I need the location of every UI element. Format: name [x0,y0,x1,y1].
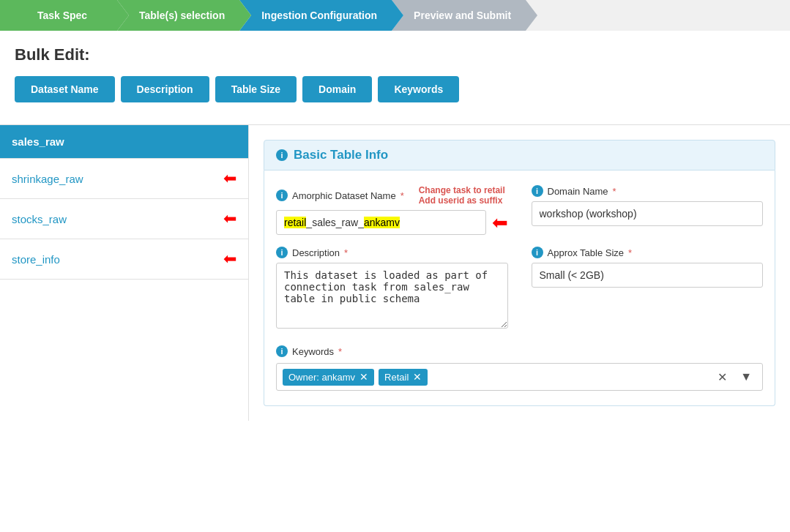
arrow-shrinkage-icon: ⬅ [223,169,236,188]
arrow-stocks-icon: ⬅ [223,209,236,228]
right-panel: i Basic Table Info i Amorphic Dataset Na… [249,125,790,421]
table-size-field: i Approx Table Size * [532,247,764,331]
dataset-name-prefix: retail [284,217,306,228]
keyword-tag-retail: Retail ✕ [379,369,428,386]
basic-info-icon: i [276,149,288,161]
domain-name-field: i Domain Name * [532,185,764,235]
table-size-label: i Approx Table Size * [532,247,764,258]
sidebar-item-store-info[interactable]: store_info ⬅ [0,239,248,280]
basic-table-info-title: Basic Table Info [294,148,388,162]
bulk-table-size-button[interactable]: Table Size [215,76,297,102]
dataset-name-note-line1: Change task to retail [419,185,505,195]
form-grid: i Amorphic Dataset Name * Change task to… [276,185,763,331]
dataset-name-field: i Amorphic Dataset Name * Change task to… [276,185,508,235]
step-ingestion-config[interactable]: Ingestion Configuration [239,0,392,31]
description-textarea[interactable]: This dataset is loaded as part of connec… [276,263,508,329]
step-preview-submit[interactable]: Preview and Submit [392,0,526,31]
keywords-actions: ✕ ▼ [713,369,756,386]
dataset-name-label: i Amorphic Dataset Name * Change task to… [276,185,508,206]
description-label: i Description * [276,247,508,258]
bulk-edit-title: Bulk Edit: [15,45,775,64]
remove-owner-tag-button[interactable]: ✕ [359,372,368,382]
domain-info-icon: i [532,185,543,197]
bulk-description-button[interactable]: Description [121,76,209,102]
domain-name-label: i Domain Name * [532,185,764,197]
sidebar-item-sales-raw[interactable]: sales_raw [0,125,248,159]
dataset-name-info-icon: i [276,190,288,201]
keywords-clear-button[interactable]: ✕ [713,369,731,386]
bulk-domain-button[interactable]: Domain [302,76,372,102]
domain-name-input[interactable] [532,201,764,226]
description-field: i Description * This dataset is loaded a… [276,247,508,331]
basic-table-info-body: i Amorphic Dataset Name * Change task to… [264,171,775,406]
dataset-name-middle: _sales_raw_ [306,217,364,228]
keywords-label: i Keywords * [276,345,763,357]
keywords-info-icon: i [276,345,288,357]
keywords-section: i Keywords * Owner: ankamv ✕ Retail ✕ [276,345,763,391]
keywords-dropdown-button[interactable]: ▼ [736,369,756,385]
progress-bar: Task Spec Table(s) selection Ingestion C… [0,0,790,31]
dataset-name-note-line2: Add userid as suffix [419,195,505,206]
dataset-name-display[interactable]: retail_sales_raw_ankamv [276,210,486,235]
table-size-info-icon: i [532,247,543,258]
step-task-spec[interactable]: Task Spec [0,0,117,31]
arrow-store-icon: ⬅ [223,250,236,269]
dataset-name-suffix: ankamv [364,217,400,228]
two-pane-layout: sales_raw shrinkage_raw ⬅ stocks_raw ⬅ s… [0,124,790,421]
table-sidebar: sales_raw shrinkage_raw ⬅ stocks_raw ⬅ s… [0,125,249,421]
arrow-dataset-name-icon: ⬅ [492,211,508,234]
bulk-edit-buttons: Dataset Name Description Table Size Doma… [15,76,775,102]
step-tables-selection[interactable]: Table(s) selection [117,0,239,31]
keyword-tag-owner: Owner: ankamv ✕ [283,369,374,386]
remove-retail-tag-button[interactable]: ✕ [413,372,422,382]
basic-table-info-header: i Basic Table Info [264,140,775,171]
dataset-name-input-row: retail_sales_raw_ankamv ⬅ [276,210,508,235]
keywords-input-area[interactable]: Owner: ankamv ✕ Retail ✕ ✕ ▼ [276,363,763,391]
description-info-icon: i [276,247,288,258]
sidebar-item-shrinkage-raw[interactable]: shrinkage_raw ⬅ [0,159,248,199]
main-content: Bulk Edit: Dataset Name Description Tabl… [0,31,790,124]
table-size-input[interactable] [532,263,764,288]
bulk-keywords-button[interactable]: Keywords [378,76,459,102]
sidebar-item-stocks-raw[interactable]: stocks_raw ⬅ [0,199,248,239]
bulk-dataset-name-button[interactable]: Dataset Name [15,76,115,102]
